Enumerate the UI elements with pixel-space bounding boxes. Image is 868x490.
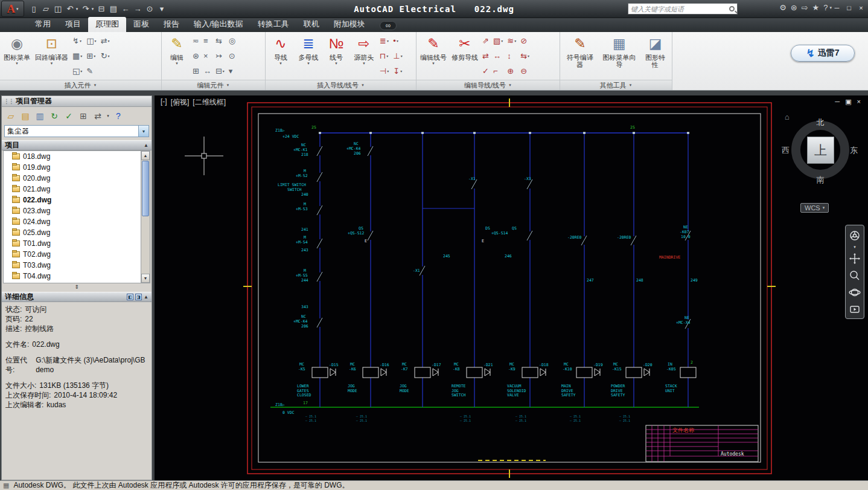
plot-publish-icon[interactable]: ⊞ <box>77 110 90 122</box>
icon-menu-button[interactable]: ◉图标菜单▼ <box>2 33 32 79</box>
minimize-button[interactable]: ─ <box>832 3 841 12</box>
viewport-view-control[interactable]: [俯视] <box>171 97 190 108</box>
wire-button[interactable]: ∿导线▼ <box>267 33 294 79</box>
hide-wireno-button[interactable]: ⊖ <box>519 63 531 79</box>
file-item-024[interactable]: 024.dwg <box>4 216 150 227</box>
redo-icon-dropdown[interactable]: ▾ <box>90 2 95 16</box>
sync-icon-dropdown[interactable]: ▾ <box>106 110 110 122</box>
pm-help-icon[interactable]: ? <box>112 110 125 122</box>
pan-icon[interactable] <box>847 251 863 266</box>
forward-icon[interactable]: → <box>132 2 144 16</box>
save-icon[interactable]: ◫ <box>52 2 64 16</box>
dot-tee-button[interactable]: •▾ <box>392 33 403 48</box>
drawing-restore-button[interactable]: ▣ <box>845 98 851 106</box>
bend-wire-button[interactable]: ⌐ <box>492 63 504 79</box>
delete-wireno-button[interactable]: ⊘ <box>519 33 531 48</box>
details-section-header[interactable]: 详细信息 ◧ ◨ ▲ <box>2 292 152 302</box>
viewcube-east-label[interactable]: 东 <box>850 145 858 156</box>
file-list-scrollbar[interactable]: ▲ ▼ <box>141 151 150 283</box>
icon-menu-wizard-button[interactable]: ▦图标菜单向导 <box>599 33 639 79</box>
file-item-020[interactable]: 020.dwg <box>4 173 150 184</box>
panel-splitter[interactable]: ⇕ <box>2 283 152 290</box>
ribbon-tab-6[interactable]: 转换工具 <box>251 17 296 32</box>
application-menu-button[interactable]: A ▾ <box>1 1 24 17</box>
copy-component-button[interactable]: ⊞ <box>191 63 200 79</box>
signin-icon[interactable]: ⇨ <box>802 3 808 12</box>
multiple-insert-button[interactable]: ↯▾ <box>71 33 83 48</box>
multiple-bus-button[interactable]: ≣多母线▼ <box>295 33 322 79</box>
drawing-properties-button[interactable]: ◪图形特性 <box>640 33 670 79</box>
scroll-down-icon[interactable]: ▼ <box>141 274 150 283</box>
viewcube-top-face[interactable]: 上 <box>807 137 834 164</box>
wire-arrow-button[interactable]: ↧▾ <box>392 63 403 79</box>
ribbon-panel-1-footer[interactable]: 编辑元件▼ <box>162 80 265 90</box>
edit-wire-number-button[interactable]: ✎编辑线号▼ <box>418 33 448 79</box>
open-project-icon[interactable]: ▱ <box>4 110 18 122</box>
drawing-area[interactable]: 文件名称 Autodesk Z18▷+24 VDC2525NC+MC-K1218… <box>155 95 868 480</box>
search-input[interactable] <box>631 5 727 13</box>
copy-wireno-button[interactable]: ⊕ <box>506 63 517 79</box>
full-navigation-wheel-icon[interactable] <box>847 228 863 243</box>
new-file-icon[interactable]: ▯ <box>28 2 40 16</box>
wire-number-button[interactable]: №线号▼ <box>323 33 349 79</box>
file-item-T01[interactable]: T01.dwg <box>4 238 150 249</box>
file-item-T04[interactable]: T04.dwg <box>4 271 150 282</box>
circuit-scale-button[interactable]: ◎ <box>228 33 237 48</box>
stretch-wire-button[interactable]: ↔ <box>492 48 504 63</box>
close-button[interactable]: × <box>857 3 866 12</box>
ribbon-panel-3-footer[interactable]: 编辑导线/线号▼ <box>416 80 560 90</box>
viewport-visual-style-control[interactable]: [二维线框] <box>193 97 226 108</box>
help-icon[interactable]: ? <box>823 3 828 12</box>
more-edit-button[interactable]: ▾ <box>228 63 237 79</box>
file-item-021[interactable]: 021.dwg <box>4 184 150 195</box>
refresh-icon[interactable]: ↻ <box>48 110 61 122</box>
retag-components-button[interactable]: ⊙ <box>228 48 237 63</box>
a360-icon[interactable]: ∞ <box>380 21 397 30</box>
move-wireno-button[interactable]: ↕ <box>506 48 517 63</box>
scroll-thumb[interactable] <box>142 161 149 216</box>
navigation-wheel-dropdown-icon[interactable]: ▾ <box>854 245 856 249</box>
new-project-icon[interactable]: ▤ <box>19 110 32 122</box>
user-circuit-button[interactable]: ◱▾ <box>71 63 83 79</box>
plot-icon[interactable]: ⊟ <box>95 2 107 16</box>
thunder-button[interactable]: ↯ 迅雷7 <box>791 45 855 62</box>
scoot-button[interactable]: ↣ <box>214 48 226 63</box>
drawing-close-button[interactable]: × <box>857 98 861 106</box>
project-manager-titlebar[interactable]: ⋮⋮ 项目管理器 <box>2 96 152 107</box>
wire-type-button[interactable]: ≣▾ <box>378 33 390 48</box>
cable-marker-button[interactable]: ⊥▾ <box>392 48 403 63</box>
ribbon-tab-2[interactable]: 原理图 <box>88 17 126 32</box>
project-selector[interactable]: 集尘器 ▼ <box>4 125 149 137</box>
details-pane-button-2[interactable]: ◨ <box>135 294 142 300</box>
block-update-button[interactable]: ↻▾ <box>100 48 111 63</box>
wire-sequence-button[interactable]: ≋▾ <box>506 33 517 48</box>
back-icon[interactable]: ← <box>120 2 132 16</box>
ribbon-tab-1[interactable]: 项目 <box>58 17 88 32</box>
attribute-edit-button[interactable]: ✎ <box>85 63 97 79</box>
help-icon-dropdown[interactable]: ▾ <box>829 5 832 10</box>
edit-attributes-button[interactable]: ⊟▾ <box>214 63 226 79</box>
circuit-builder-button[interactable]: ⊡回路编译器▼ <box>33 33 70 79</box>
symbol-builder-button[interactable]: ✎符号编译器 <box>562 33 598 79</box>
sync-icon[interactable]: ⇄ <box>91 110 104 122</box>
projects-section-header[interactable]: 项目 ▲ <box>2 140 152 150</box>
file-item-023[interactable]: 023.dwg <box>4 205 150 216</box>
swap-wireno-button[interactable]: ⇆▾ <box>519 48 531 63</box>
wire-gap-button[interactable]: ⊣▾ <box>378 63 390 79</box>
edit-component-button[interactable]: ✎编辑▼ <box>164 33 190 79</box>
flip-wire-button[interactable]: ⇄ <box>481 48 490 63</box>
viewcube-home-icon[interactable]: ⌂ <box>785 112 790 121</box>
file-item-025[interactable]: 025.dwg <box>4 227 150 238</box>
internal-jumper-button[interactable]: ≂ <box>191 33 200 48</box>
check-wire-button[interactable]: ✓ <box>481 63 490 79</box>
favorites-icon[interactable]: ★ <box>812 3 820 12</box>
file-item-022[interactable]: 022.dwg <box>4 195 150 205</box>
ribbon-tab-3[interactable]: 面板 <box>126 17 156 32</box>
exchange-icon[interactable]: ⚙ <box>779 3 787 12</box>
open-file-icon[interactable]: ▱ <box>40 2 52 16</box>
viewcube-west-label[interactable]: 西 <box>782 145 790 156</box>
details-collapse-icon[interactable]: ▲ <box>144 294 148 300</box>
swap-update-button[interactable]: ⇄▾ <box>100 33 111 48</box>
maximize-button[interactable]: □ <box>844 3 854 12</box>
ribbon-panel-0-footer[interactable]: 插入元件▼ <box>0 80 161 90</box>
